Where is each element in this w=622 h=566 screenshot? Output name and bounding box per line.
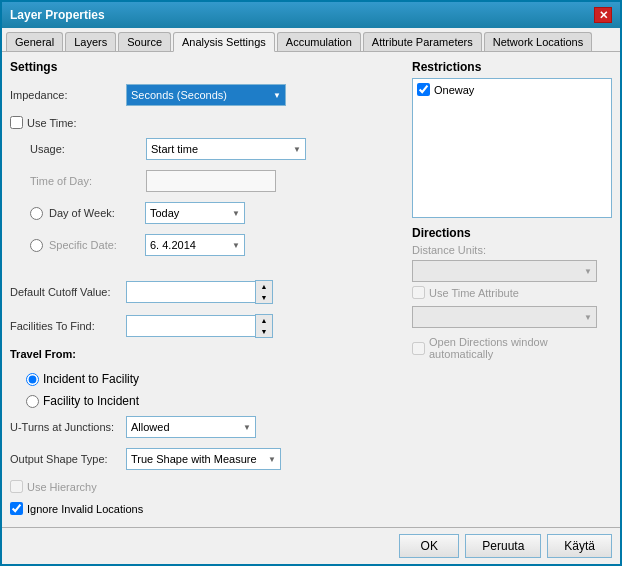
- facility-label: Facility to Incident: [43, 394, 139, 408]
- day-of-week-row: Day of Week: Today ▼: [10, 202, 404, 224]
- use-hierarchy-checkbox[interactable]: [10, 480, 23, 493]
- open-directions-row: Open Directions window automatically: [412, 336, 612, 360]
- time-of-day-input[interactable]: 8:00: [146, 170, 276, 192]
- time-of-day-row: Time of Day: 8:00: [10, 170, 404, 192]
- u-turns-dropdown-arrow: ▼: [243, 423, 251, 432]
- default-cutoff-down[interactable]: ▼: [256, 292, 272, 303]
- default-cutoff-label: Default Cutoff Value:: [10, 286, 120, 298]
- oneway-checkbox[interactable]: [417, 83, 430, 96]
- output-shape-label: Output Shape Type:: [10, 453, 120, 465]
- day-of-week-label: Day of Week:: [49, 207, 139, 219]
- usage-dropdown-arrow: ▼: [293, 145, 301, 154]
- tab-general[interactable]: General: [6, 32, 63, 51]
- distance-units-label: Distance Units:: [412, 244, 612, 256]
- specific-date-radio[interactable]: [30, 239, 43, 252]
- travel-from-label: Travel From:: [10, 348, 76, 360]
- restrictions-section: Restrictions Oneway: [412, 60, 612, 218]
- restrictions-box: Oneway: [412, 78, 612, 218]
- distance-units-arrow: ▼: [584, 267, 592, 276]
- facility-radio[interactable]: [26, 395, 39, 408]
- impedance-label: Impedance:: [10, 89, 120, 101]
- incident-radio[interactable]: [26, 373, 39, 386]
- tab-accumulation[interactable]: Accumulation: [277, 32, 361, 51]
- default-cutoff-row: Default Cutoff Value: <None> ▲ ▼: [10, 280, 404, 304]
- ignore-invalid-label: Ignore Invalid Locations: [27, 503, 143, 515]
- tab-layers[interactable]: Layers: [65, 32, 116, 51]
- facilities-row: Facilities To Find: 2 ▲ ▼: [10, 314, 404, 338]
- output-shape-value: True Shape with Measure: [131, 453, 257, 465]
- default-cutoff-group: <None> ▲ ▼: [126, 280, 273, 304]
- output-shape-dropdown[interactable]: True Shape with Measure ▼: [126, 448, 281, 470]
- tab-network-locations[interactable]: Network Locations: [484, 32, 593, 51]
- impedance-row: Impedance: Seconds (Seconds) ▼: [10, 84, 404, 106]
- directions-section: Directions Distance Units: ▼ Use Time At…: [412, 226, 612, 363]
- left-panel: Settings Impedance: Seconds (Seconds) ▼ …: [10, 60, 404, 519]
- default-cutoff-input[interactable]: <None>: [126, 281, 256, 303]
- u-turns-label: U-Turns at Junctions:: [10, 421, 120, 433]
- tab-attribute-parameters[interactable]: Attribute Parameters: [363, 32, 482, 51]
- title-bar: Layer Properties ✕: [2, 2, 620, 28]
- tab-source[interactable]: Source: [118, 32, 171, 51]
- settings-label: Settings: [10, 60, 404, 74]
- usage-row: Usage: Start time ▼: [10, 138, 404, 160]
- oneway-label: Oneway: [434, 84, 474, 96]
- bottom-bar: OK Peruuta Käytä: [2, 527, 620, 564]
- facilities-input[interactable]: 2: [126, 315, 256, 337]
- ok-button[interactable]: OK: [399, 534, 459, 558]
- use-time-label: Use Time:: [27, 117, 137, 129]
- usage-label: Usage:: [30, 143, 140, 155]
- day-of-week-value: Today: [150, 207, 179, 219]
- facility-radio-row: Facility to Incident: [10, 394, 404, 408]
- output-shape-dropdown-arrow: ▼: [268, 455, 276, 464]
- impedance-dropdown-arrow: ▼: [273, 91, 281, 100]
- tabs-bar: General Layers Source Analysis Settings …: [2, 28, 620, 52]
- specific-date-dropdown-arrow: ▼: [232, 241, 240, 250]
- use-time-checkbox[interactable]: [10, 116, 23, 129]
- directions-label: Directions: [412, 226, 612, 240]
- day-of-week-dropdown[interactable]: Today ▼: [145, 202, 245, 224]
- use-hierarchy-row: Use Hierarchy: [10, 480, 404, 493]
- ignore-invalid-checkbox[interactable]: [10, 502, 23, 515]
- default-cutoff-spinner: ▲ ▼: [255, 280, 273, 304]
- usage-dropdown[interactable]: Start time ▼: [146, 138, 306, 160]
- ignore-invalid-row: Ignore Invalid Locations: [10, 502, 404, 515]
- facilities-label: Facilities To Find:: [10, 320, 120, 332]
- right-panel: Restrictions Oneway Directions Distance …: [412, 60, 612, 519]
- use-time-attr-checkbox[interactable]: [412, 286, 425, 299]
- specific-date-dropdown[interactable]: 6. 4.2014 ▼: [145, 234, 245, 256]
- oneway-item: Oneway: [417, 83, 607, 96]
- use-time-row: Use Time:: [10, 116, 404, 129]
- default-cutoff-up[interactable]: ▲: [256, 281, 272, 292]
- open-directions-checkbox[interactable]: [412, 342, 425, 355]
- tab-analysis-settings[interactable]: Analysis Settings: [173, 32, 275, 52]
- use-hierarchy-label: Use Hierarchy: [27, 481, 97, 493]
- facilities-down[interactable]: ▼: [256, 326, 272, 337]
- specific-date-value: 6. 4.2014: [150, 239, 196, 251]
- facilities-up[interactable]: ▲: [256, 315, 272, 326]
- usage-value: Start time: [151, 143, 198, 155]
- apply-button[interactable]: Käytä: [547, 534, 612, 558]
- time-of-day-label: Time of Day:: [30, 175, 140, 187]
- cancel-button[interactable]: Peruuta: [465, 534, 541, 558]
- use-time-attr-label: Use Time Attribute: [429, 287, 519, 299]
- use-time-attr-row: Use Time Attribute: [412, 286, 612, 299]
- specific-date-row: Specific Date: 6. 4.2014 ▼: [10, 234, 404, 256]
- facilities-spinner: ▲ ▼: [255, 314, 273, 338]
- u-turns-dropdown[interactable]: Allowed ▼: [126, 416, 256, 438]
- impedance-value: Seconds (Seconds): [131, 89, 227, 101]
- window-title: Layer Properties: [10, 8, 105, 22]
- main-window: Layer Properties ✕ General Layers Source…: [0, 0, 622, 566]
- incident-label: Incident to Facility: [43, 372, 139, 386]
- close-button[interactable]: ✕: [594, 7, 612, 23]
- u-turns-row: U-Turns at Junctions: Allowed ▼: [10, 416, 404, 438]
- time-attr-arrow: ▼: [584, 313, 592, 322]
- day-of-week-radio[interactable]: [30, 207, 43, 220]
- specific-date-label: Specific Date:: [49, 239, 139, 251]
- u-turns-value: Allowed: [131, 421, 170, 433]
- incident-radio-row: Incident to Facility: [10, 372, 404, 386]
- main-content: Settings Impedance: Seconds (Seconds) ▼ …: [2, 52, 620, 527]
- distance-units-dropdown[interactable]: ▼: [412, 260, 597, 282]
- impedance-dropdown[interactable]: Seconds (Seconds) ▼: [126, 84, 286, 106]
- time-attr-dropdown[interactable]: ▼: [412, 306, 597, 328]
- output-shape-row: Output Shape Type: True Shape with Measu…: [10, 448, 404, 470]
